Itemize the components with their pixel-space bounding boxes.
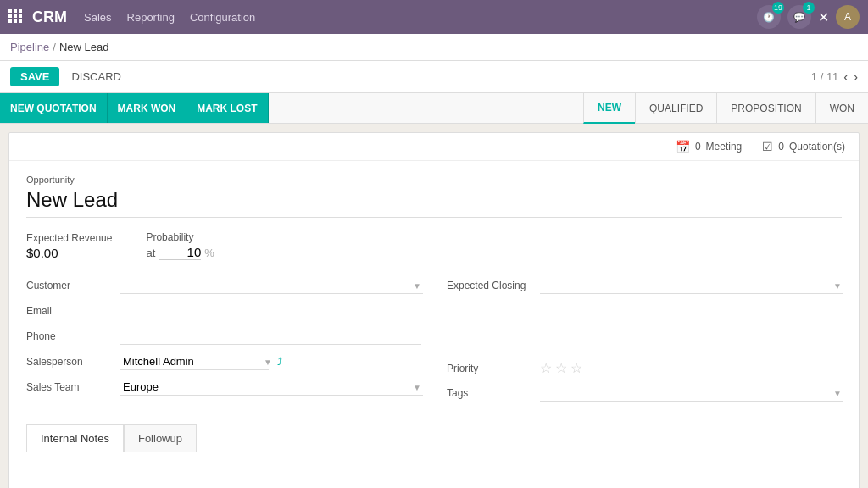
sales-team-input[interactable] [120,379,423,396]
record-position: 1 / 11 [811,70,839,83]
priority-stars[interactable]: ☆ ☆ ☆ [540,360,582,376]
customer-label: Customer [26,280,120,291]
new-quotation-button[interactable]: NEW QUOTATION [0,93,108,123]
phone-row: Phone [26,328,421,345]
close-icon[interactable]: ✕ [818,9,829,25]
tags-dropdown-arrow: ▼ [833,389,842,398]
form-card-header: 📅 0 Meeting ☑ 0 Quotation(s) [9,133,859,161]
expected-revenue-value: $0.00 [26,246,112,260]
priority-row: Priority ☆ ☆ ☆ [447,360,842,376]
message-icon: 💬 [793,12,805,23]
menu-reporting[interactable]: Reporting [127,11,175,24]
stage-won[interactable]: WON [815,93,868,124]
grid-icon[interactable] [8,9,22,25]
expected-closing-input[interactable] [540,277,843,294]
probability-block: Probability at % [146,231,214,260]
form-tabs: Internal Notes Followup [26,424,842,452]
meeting-count: 0 [695,141,701,152]
app-brand: CRM [32,8,67,26]
tab-content [26,452,842,488]
salesperson-dropdown-arrow: ▼ [264,358,272,367]
tab-internal-notes[interactable]: Internal Notes [26,424,124,452]
meeting-label: Meeting [706,141,743,152]
tags-label: Tags [447,387,540,399]
quotation-button[interactable]: ☑ 0 Quotation(s) [762,140,845,153]
mark-lost-button[interactable]: MARK LOST [186,93,268,123]
meeting-button[interactable]: 📅 0 Meeting [676,140,742,153]
activity-icon: 🕐 [763,12,775,23]
email-row: Email [26,302,421,319]
discard-button[interactable]: DISCARD [63,67,130,86]
nav-right-actions: 🕐 19 💬 1 ✕ A [757,5,860,29]
probability-at: at [146,247,155,259]
form-body: Opportunity New Lead Expected Revenue $0… [9,161,859,488]
save-button[interactable]: SAVE [10,67,59,86]
stage-new[interactable]: NEW [583,93,635,124]
svg-rect-5 [19,14,22,18]
stage-qualified[interactable]: QUALIFIED [635,93,716,124]
menu-sales[interactable]: Sales [84,11,112,24]
star-1[interactable]: ☆ [540,360,552,376]
svg-rect-6 [8,19,12,23]
menu-configuration[interactable]: Configuration [190,11,255,24]
left-fields: Customer ▼ Email Phone [26,277,421,410]
sales-team-label: Sales Team [26,381,120,393]
stage-proposition[interactable]: PROPOSITION [716,93,815,124]
star-2[interactable]: ☆ [555,360,567,376]
form-title: New Lead [26,188,842,218]
customer-select-wrapper: ▼ [120,277,421,294]
email-label: Email [26,305,120,317]
salesperson-label: Salesperson [26,356,120,368]
breadcrumb-parent[interactable]: Pipeline [10,41,49,53]
quotation-label: Quotation(s) [789,141,845,152]
expected-closing-select-wrapper: ▼ [540,277,842,294]
sales-team-select-wrapper: ▼ [120,379,421,396]
form-card: 📅 0 Meeting ☑ 0 Quotation(s) Opportunity… [8,132,860,488]
right-fields: Expected Closing ▼ Priority ☆ ☆ ☆ [447,277,842,410]
email-input[interactable] [120,302,421,319]
probability-input[interactable] [159,245,201,260]
svg-rect-1 [14,9,17,13]
svg-rect-2 [19,9,22,13]
tab-followup[interactable]: Followup [124,424,197,452]
mark-won-button[interactable]: MARK WON [108,93,187,123]
opportunity-label: Opportunity [26,175,842,185]
message-button[interactable]: 💬 1 [787,5,811,29]
main-content: 📅 0 Meeting ☑ 0 Quotation(s) Opportunity… [0,124,868,488]
revenue-block: Expected Revenue $0.00 [26,232,112,260]
svg-rect-4 [14,14,17,18]
customer-input[interactable] [120,277,423,294]
svg-rect-8 [19,19,22,23]
probability-label: Probability [146,231,214,243]
expected-closing-label: Expected Closing [447,280,540,291]
tags-input[interactable] [540,385,843,402]
pagination: 1 / 11 ‹ › [811,69,858,85]
tags-select-wrapper: ▼ [540,385,842,402]
expected-closing-dropdown-arrow: ▼ [833,281,842,291]
sales-team-row: Sales Team ▼ [26,379,421,396]
salesperson-input[interactable] [120,353,269,370]
priority-label: Priority [447,363,540,374]
prev-record-button[interactable]: ‹ [843,69,848,85]
customer-dropdown-arrow: ▼ [413,281,421,291]
revenue-probability-row: Expected Revenue $0.00 Probability at % [26,231,842,260]
customer-row: Customer ▼ [26,277,421,294]
fields-grid: Customer ▼ Email Phone [26,277,842,410]
svg-rect-0 [8,9,12,13]
phone-input[interactable] [120,328,421,345]
phone-label: Phone [26,330,120,342]
probability-percent: % [204,247,214,259]
activity-button[interactable]: 🕐 19 [757,5,781,29]
breadcrumb-separator: / [53,41,56,53]
calendar-icon: 📅 [676,140,690,153]
breadcrumb-current: New Lead [59,41,109,53]
svg-rect-7 [14,19,17,23]
message-badge: 1 [803,2,815,14]
salesperson-external-link[interactable]: ⤴ [277,356,282,368]
avatar[interactable]: A [836,5,860,29]
salesperson-input-group: ▼ ⤴ [120,353,282,370]
activity-badge: 19 [772,2,784,14]
next-record-button[interactable]: › [854,69,858,85]
star-3[interactable]: ☆ [570,360,582,376]
sales-team-dropdown-arrow: ▼ [413,383,421,392]
